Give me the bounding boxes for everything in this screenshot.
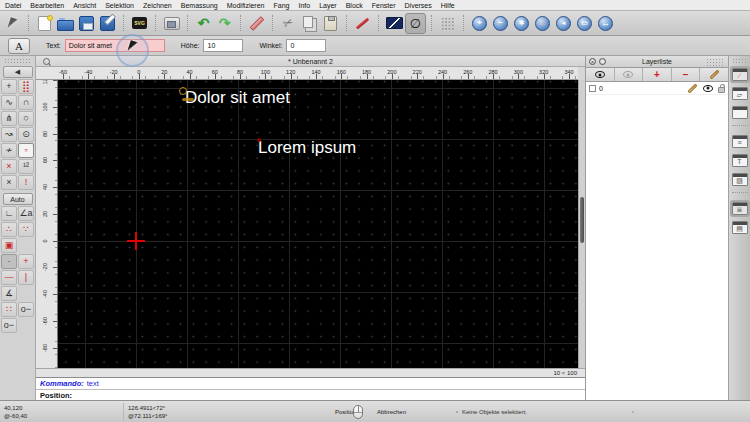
- menu-item-selektion[interactable]: Selektion: [105, 2, 134, 9]
- circle-center-tool[interactable]: ⊙: [18, 127, 34, 142]
- add-layer-button[interactable]: +: [643, 68, 672, 81]
- chart-icon[interactable]: [384, 13, 405, 34]
- close-icon[interactable]: ×: [589, 58, 596, 65]
- panel-drag-handle[interactable]: [706, 58, 724, 66]
- zoom-fit-icon[interactable]: [511, 13, 532, 34]
- copy-icon[interactable]: [299, 13, 320, 34]
- menu-item-ansicht[interactable]: Ansicht: [73, 2, 96, 9]
- canvas-text[interactable]: Lorem ipsum: [258, 139, 356, 156]
- redo-icon[interactable]: [214, 13, 235, 34]
- open-folder-icon[interactable]: [55, 13, 76, 34]
- axis-yx-tool[interactable]: ∟: [1, 206, 17, 221]
- menu-item-zeichnen[interactable]: Zeichnen: [143, 2, 172, 9]
- menu-item-bemassung[interactable]: Bemassung: [181, 2, 218, 9]
- small-point-tool[interactable]: ·: [1, 254, 17, 269]
- paste-icon[interactable]: [320, 13, 341, 34]
- canvas-text[interactable]: Dolor sit amet: [185, 89, 290, 106]
- menu-item-fang[interactable]: Fang: [273, 2, 289, 9]
- exclaim-point-tool[interactable]: !: [18, 175, 34, 190]
- line-mark-tool[interactable]: ≁: [1, 143, 17, 158]
- vertical-scrollbar[interactable]: [578, 80, 585, 368]
- svg-export-icon[interactable]: [129, 13, 150, 34]
- zoom-window-icon[interactable]: [574, 13, 595, 34]
- key-point-tool[interactable]: o−: [18, 302, 34, 317]
- menu-item-modifizieren[interactable]: Modifizieren: [227, 2, 265, 9]
- save-icon[interactable]: [76, 13, 97, 34]
- pencil-eraser-icon[interactable]: [246, 13, 267, 34]
- grid-icon[interactable]: [437, 13, 458, 34]
- add-point-tool[interactable]: +: [1, 79, 17, 94]
- layer-panel-titlebar[interactable]: × Layerliste: [585, 56, 728, 68]
- square-point-tool[interactable]: ▫: [18, 143, 34, 158]
- points-3-tool[interactable]: ∴: [1, 222, 17, 237]
- remove-layer-button[interactable]: −: [672, 68, 701, 81]
- menu-item-diverses[interactable]: Diverses: [405, 2, 432, 9]
- panel-blank-button[interactable]: [732, 106, 748, 119]
- menu-item-block[interactable]: Block: [346, 2, 363, 9]
- point-grid-tool[interactable]: ⣿: [18, 79, 34, 94]
- key-tool[interactable]: o−: [1, 318, 17, 333]
- arc-points-tool[interactable]: ∩: [18, 95, 34, 110]
- auto-snap-button[interactable]: Auto: [3, 193, 33, 205]
- strip-drag-handle[interactable]: [732, 58, 748, 63]
- menu-item-bearbeiten[interactable]: Bearbeiten: [30, 2, 64, 9]
- zoom-in-icon[interactable]: [469, 13, 490, 34]
- back-tool[interactable]: ◀: [3, 66, 33, 78]
- menu-item-datei[interactable]: Datei: [5, 2, 21, 9]
- menu-item-layer[interactable]: Layer: [319, 2, 337, 9]
- points-2-tool[interactable]: ∵: [18, 222, 34, 237]
- zoom-out-icon[interactable]: [490, 13, 511, 34]
- panel-clipboard-button[interactable]: ▤: [732, 221, 748, 234]
- eye-icon[interactable]: [703, 85, 713, 92]
- text-tool-button[interactable]: A: [8, 38, 30, 54]
- drawing-canvas[interactable]: Dolor sit ametLorem ipsum: [58, 80, 578, 368]
- lock-icon[interactable]: [718, 87, 725, 93]
- cut-icon[interactable]: [278, 13, 299, 34]
- command-line[interactable]: Kommando: text: [36, 377, 585, 389]
- undo-icon[interactable]: [193, 13, 214, 34]
- branch-point-tool[interactable]: ⋔: [1, 111, 17, 126]
- height-input[interactable]: [203, 39, 243, 52]
- layer-row[interactable]: 0: [586, 82, 728, 95]
- angle-input[interactable]: [286, 39, 326, 52]
- draw-pen-icon[interactable]: [352, 13, 373, 34]
- angle-a-tool[interactable]: ∠a: [18, 206, 34, 221]
- red-square-tool[interactable]: ▣: [1, 238, 17, 253]
- panel-text-button[interactable]: T: [732, 154, 748, 167]
- menu-item-fenster[interactable]: Fenster: [372, 2, 396, 9]
- edit-layer-button[interactable]: [700, 68, 728, 81]
- pointer-icon[interactable]: [2, 13, 23, 34]
- menu-item-hilfe[interactable]: Hilfe: [441, 2, 455, 9]
- panel-document-button[interactable]: ≣: [732, 202, 748, 215]
- tangent-point-tool[interactable]: ↝: [1, 127, 17, 142]
- text-input[interactable]: [65, 39, 165, 52]
- h-line-point-tool[interactable]: —: [1, 270, 17, 285]
- miniaturize-icon[interactable]: [599, 58, 606, 65]
- horizontal-scrollbar[interactable]: 10 < 100: [36, 368, 585, 377]
- numbered-points-tool[interactable]: ¹²: [18, 159, 34, 174]
- new-document-icon[interactable]: [34, 13, 55, 34]
- panel-list-button[interactable]: ≡: [732, 135, 748, 148]
- vertical-scrollbar-thumb[interactable]: [580, 197, 584, 243]
- panel-image-button[interactable]: ▨: [732, 173, 748, 186]
- zoom-region-icon[interactable]: [532, 13, 553, 34]
- diameter-icon[interactable]: [405, 13, 426, 34]
- panel-copy-button[interactable]: ▱: [732, 87, 748, 100]
- hide-eye-button[interactable]: [615, 68, 644, 81]
- pan-icon[interactable]: [595, 13, 616, 34]
- layer-checkbox[interactable]: [589, 85, 596, 92]
- cross-point-tool[interactable]: ×: [1, 175, 17, 190]
- pencil-icon[interactable]: [688, 83, 698, 93]
- protractor-tool[interactable]: ∡: [1, 286, 17, 301]
- palette-drag-handle[interactable]: [4, 58, 32, 63]
- save-as-icon[interactable]: [97, 13, 118, 34]
- move-points-tool[interactable]: ∷: [1, 302, 17, 317]
- import-image-icon[interactable]: [161, 13, 182, 34]
- curve-points-tool[interactable]: ∿: [1, 95, 17, 110]
- menu-item-info[interactable]: Info: [298, 2, 310, 9]
- split-point-tool[interactable]: ×: [1, 159, 17, 174]
- loupe-tool[interactable]: ○: [18, 111, 34, 126]
- panel-layers-button[interactable]: ∕: [732, 68, 748, 81]
- zoom-back-icon[interactable]: [553, 13, 574, 34]
- position-line[interactable]: Position:: [36, 389, 585, 400]
